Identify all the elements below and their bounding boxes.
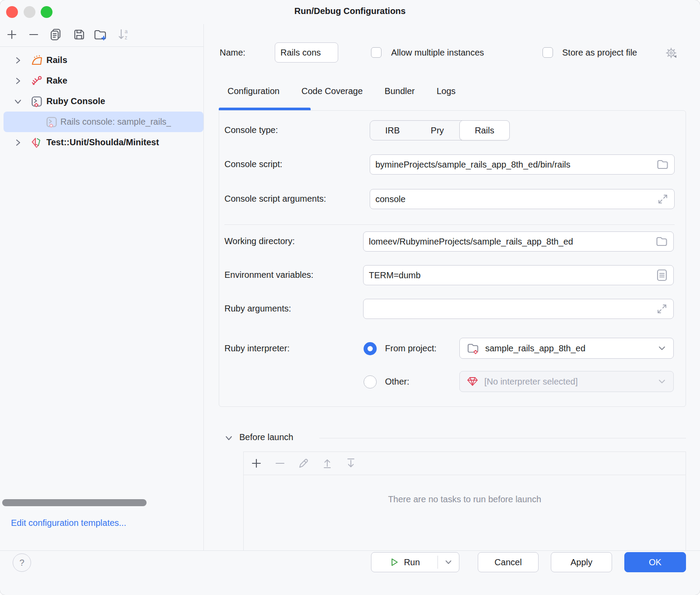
- name-input-wrapper: [275, 42, 338, 63]
- tree-item-rails[interactable]: Rails: [0, 50, 203, 70]
- environment-variables-label: Environment variables:: [224, 270, 313, 280]
- move-task-up-button[interactable]: [321, 457, 334, 470]
- play-icon: [389, 557, 399, 567]
- tab-configuration[interactable]: Configuration: [228, 86, 280, 96]
- ruby-interpreter-label: Ruby interpreter:: [224, 343, 290, 354]
- before-launch-empty-text: There are no tasks to run before launch: [243, 494, 686, 504]
- add-configuration-button[interactable]: [5, 28, 18, 41]
- new-folder-button[interactable]: [94, 28, 107, 41]
- chevron-down-icon[interactable]: [13, 97, 23, 106]
- environment-variables-input[interactable]: [369, 270, 656, 280]
- tree-item-label: Ruby Console: [46, 96, 105, 106]
- run-options-chevron-icon[interactable]: [438, 557, 459, 567]
- remove-configuration-button[interactable]: [27, 28, 40, 41]
- console-script-input[interactable]: [375, 160, 656, 170]
- chevron-down-icon: [657, 376, 667, 387]
- other-interpreter-value: [No interpreter selected]: [484, 377, 578, 387]
- ok-button-label: OK: [649, 557, 662, 567]
- browse-folder-icon[interactable]: [655, 235, 668, 248]
- tree-item-rails-console-config[interactable]: Rails console: sample_rails_: [0, 112, 203, 132]
- run-debug-configurations-dialog: Run/Debug Configurations a z: [0, 0, 700, 595]
- name-input[interactable]: [280, 48, 332, 58]
- allow-multiple-instances-label: Allow multiple instances: [391, 48, 484, 58]
- rake-icon: [31, 75, 43, 87]
- cancel-button[interactable]: Cancel: [478, 552, 539, 572]
- working-directory-field: [363, 231, 674, 252]
- expand-field-icon[interactable]: [656, 303, 668, 315]
- remove-task-button[interactable]: [273, 457, 287, 470]
- tree-item-label: Rails console: sample_rails_: [60, 117, 171, 127]
- tab-logs[interactable]: Logs: [437, 86, 455, 96]
- tree-item-label: Rails: [46, 55, 67, 65]
- sort-az-icon: a z: [117, 28, 130, 41]
- ruby-gem-icon: [466, 375, 479, 388]
- svg-text:z: z: [125, 35, 127, 41]
- chevron-right-icon[interactable]: [13, 138, 23, 147]
- name-label: Name:: [220, 48, 245, 58]
- sort-alphabetically-button[interactable]: a z: [117, 28, 130, 41]
- minus-icon: [274, 457, 286, 469]
- gear-icon[interactable]: [665, 46, 679, 60]
- plus-icon: [6, 28, 18, 41]
- minus-icon: [28, 28, 40, 41]
- ok-button[interactable]: OK: [624, 552, 686, 572]
- tab-bundler[interactable]: Bundler: [385, 86, 415, 96]
- run-split-button[interactable]: Run: [371, 552, 459, 572]
- expand-field-icon[interactable]: [657, 193, 669, 205]
- copy-configuration-button[interactable]: [49, 28, 62, 41]
- chevron-right-icon[interactable]: [13, 56, 23, 65]
- help-button[interactable]: ?: [13, 553, 31, 572]
- console-type-option-rails[interactable]: Rails: [459, 120, 510, 140]
- project-interpreter-value: sample_rails_app_8th_ed: [485, 343, 585, 354]
- ruby-arguments-label: Ruby arguments:: [224, 304, 291, 314]
- ruby-console-icon: [31, 95, 43, 108]
- console-script-arguments-input[interactable]: [375, 194, 657, 204]
- store-as-project-file-checkbox[interactable]: [542, 47, 553, 58]
- folder-with-gem-icon: [466, 341, 480, 355]
- project-interpreter-dropdown[interactable]: sample_rails_app_8th_ed: [459, 338, 674, 359]
- collapse-before-launch-chevron-icon[interactable]: [224, 433, 234, 443]
- other-interpreter-radio[interactable]: [364, 375, 377, 388]
- console-type-option-pry[interactable]: Pry: [415, 121, 459, 140]
- move-task-down-button[interactable]: [344, 457, 357, 470]
- tree-item-test-unit[interactable]: Test::Unit/Shoulda/Minitest: [0, 132, 203, 153]
- edit-variables-list-icon[interactable]: [656, 269, 668, 282]
- chevron-right-icon[interactable]: [13, 76, 23, 86]
- save-configuration-button[interactable]: [73, 28, 86, 41]
- working-directory-label: Working directory:: [224, 236, 295, 246]
- question-mark-glyph: ?: [19, 558, 24, 568]
- move-down-icon: [345, 457, 357, 469]
- apply-button-label: Apply: [570, 557, 592, 567]
- sidebar-divider: [203, 24, 204, 550]
- apply-button[interactable]: Apply: [551, 552, 612, 572]
- tree-item-ruby-console[interactable]: Ruby Console: [0, 91, 203, 112]
- run-button-label: Run: [404, 557, 420, 567]
- browse-folder-icon[interactable]: [656, 158, 669, 171]
- edit-configuration-templates-link[interactable]: Edit configuration templates...: [11, 518, 126, 528]
- pencil-icon: [298, 457, 310, 469]
- folder-plus-icon: [93, 28, 107, 41]
- minitest-icon: [31, 136, 43, 149]
- chevron-down-icon: [657, 343, 667, 354]
- sidebar-horizontal-scrollbar[interactable]: [2, 499, 147, 506]
- svg-text:a: a: [125, 28, 128, 35]
- plus-icon: [250, 457, 262, 469]
- allow-multiple-instances-checkbox[interactable]: [371, 47, 382, 58]
- other-interpreter-dropdown[interactable]: [No interpreter selected]: [459, 371, 674, 392]
- tab-code-coverage[interactable]: Code Coverage: [301, 86, 363, 96]
- dialog-title: Run/Debug Configurations: [0, 6, 700, 16]
- cancel-button-label: Cancel: [494, 557, 522, 567]
- from-project-radio[interactable]: [364, 342, 377, 355]
- tree-item-rake[interactable]: Rake: [0, 70, 203, 91]
- console-type-option-irb[interactable]: IRB: [370, 121, 415, 140]
- other-label: Other:: [385, 377, 410, 387]
- working-directory-input[interactable]: [369, 237, 655, 247]
- console-script-field: [370, 154, 675, 175]
- add-task-button[interactable]: [250, 457, 263, 470]
- console-type-segmented-control: IRB Pry Rails: [370, 120, 510, 140]
- edit-task-button[interactable]: [297, 457, 310, 470]
- from-project-label: From project:: [385, 343, 437, 354]
- console-type-label: Console type:: [224, 125, 278, 135]
- tab-bar: Configuration Code Coverage Bundler Logs: [228, 86, 455, 96]
- ruby-arguments-input[interactable]: [369, 304, 656, 314]
